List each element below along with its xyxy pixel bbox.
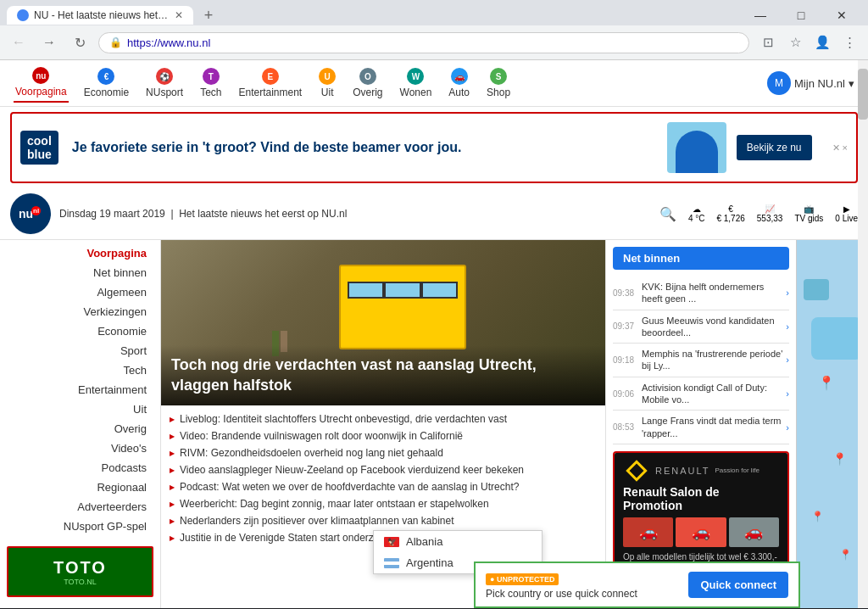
live-widget: ▶0 Live — [835, 204, 858, 223]
menu-icon[interactable]: ⋮ — [837, 31, 861, 54]
unprotected-badge: ● UNPROTECTED — [486, 573, 559, 585]
nav-uit-icon: U — [319, 68, 336, 85]
ad-text: Je favoriete serie in 't groot? Vind de … — [72, 138, 462, 157]
euro-widget: €€ 1,726 — [716, 204, 744, 223]
tab-title: NU - Het laatste nieuws het eer... — [34, 9, 170, 21]
article-item[interactable]: Video aanslagpleger Nieuw-Zeeland op Fac… — [170, 461, 597, 478]
nav-overig[interactable]: O Overig — [351, 64, 384, 102]
sidebar-item-tech[interactable]: Tech — [0, 360, 160, 380]
sidebar-item-podcasts[interactable]: Podcasts — [0, 458, 160, 478]
scrollbar[interactable] — [858, 240, 868, 608]
sidebar-item-voorpagina[interactable]: Voorpagina — [0, 243, 160, 263]
minimize-button[interactable]: — — [741, 5, 780, 25]
sidebar-item-regionaal[interactable]: Regionaal — [0, 478, 160, 497]
sidebar-item-algemeen[interactable]: Algemeen — [0, 282, 160, 302]
article-item[interactable]: Nederlanders zijn positiever over klimaa… — [170, 512, 597, 529]
browser-tab[interactable]: NU - Het laatste nieuws het eer... ✕ — [7, 6, 193, 25]
ad-cta-button[interactable]: Bekijk ze nu — [737, 135, 812, 160]
article-item[interactable]: Podcast: Wat weten we over de hoofdverda… — [170, 478, 597, 495]
close-button[interactable]: ✕ — [822, 5, 861, 25]
right-sidebar: Net binnen 09:38 KVK: Bijna helft ondern… — [605, 240, 796, 608]
mijn-nu-button[interactable]: M Mijn NU.nl ▾ — [767, 71, 854, 95]
hero-image[interactable]: Toch nog drie verdachten vast na aanslag… — [161, 240, 605, 405]
nav-economie[interactable]: € Economie — [82, 64, 131, 102]
sidebar-item-net-binnen[interactable]: Net binnen — [0, 263, 160, 282]
nav-ent-icon: E — [262, 68, 279, 85]
site-nav: nu Voorpagina € Economie ⚽ NUsport T Tec… — [0, 60, 868, 107]
new-tab-button[interactable]: + — [197, 5, 220, 25]
ad-close-button[interactable]: ✕ × — [832, 142, 848, 154]
toolbar-actions: ⊡ ☆ 👤 ⋮ — [756, 31, 861, 54]
renault-logo: RENAULT Passion for life — [623, 461, 779, 480]
renault-cars: 🚗 🚗 🚗 — [623, 517, 779, 547]
bookmark-icon[interactable]: ☆ — [783, 31, 807, 54]
user-avatar: M — [767, 71, 791, 95]
refresh-button[interactable]: ↻ — [68, 31, 92, 54]
news-item[interactable]: 09:37 Guus Meeuwis vond kandidaten beoor… — [613, 310, 789, 344]
back-button[interactable]: ← — [7, 31, 31, 54]
tv-guide-widget[interactable]: 📺TV gids — [794, 204, 823, 223]
lock-icon: 🔒 — [109, 36, 122, 48]
nav-wonen[interactable]: W Wonen — [398, 64, 434, 102]
sidebar-item-nusport-gp[interactable]: NUsport GP-spel — [0, 517, 160, 536]
news-arrow-icon: › — [786, 422, 789, 433]
article-item[interactable]: Liveblog: Identiteit slachtoffers Utrech… — [170, 411, 597, 427]
maximize-button[interactable]: □ — [782, 5, 821, 25]
net-binnen-header: Net binnen — [613, 247, 789, 270]
forward-button[interactable]: → — [37, 31, 61, 54]
nav-voorpagina[interactable]: nu Voorpagina — [14, 64, 69, 103]
news-arrow-icon: › — [786, 288, 789, 298]
nav-auto[interactable]: 🚗 Auto — [447, 64, 471, 102]
news-arrow-icon: › — [786, 388, 789, 399]
sidebar-item-entertainment[interactable]: Entertainment — [0, 380, 160, 399]
nav-tech[interactable]: T Tech — [198, 64, 223, 102]
toto-ad-banner[interactable]: TOTO TOTO.NL — [7, 546, 153, 597]
article-item[interactable]: RIVM: Gezondheidsdoelen overheid nog lan… — [170, 444, 597, 461]
site-date: Dinsdag 19 maart 2019 | Het laatste nieu… — [59, 208, 347, 220]
search-icon[interactable]: 🔍 — [659, 206, 676, 222]
argentina-flag-icon — [384, 558, 399, 568]
nav-shop-icon: S — [490, 68, 507, 85]
profile-icon[interactable]: 👤 — [810, 31, 834, 54]
nav-home-icon: nu — [32, 67, 49, 84]
sidebar-item-videos[interactable]: Video's — [0, 439, 160, 458]
weather-widget: ☁4 °C — [688, 204, 705, 223]
nav-wonen-icon: W — [407, 68, 424, 85]
nav-nusport[interactable]: ⚽ NUsport — [144, 64, 185, 102]
news-item[interactable]: 08:53 Lange Frans vindt dat media term '… — [613, 411, 789, 444]
news-item[interactable]: 09:06 Activision kondigt Call of Duty: M… — [613, 377, 789, 411]
url-text: https://www.nu.nl — [127, 36, 738, 49]
vpn-status-text: Pick country or use quick connect — [486, 588, 680, 600]
tab-close-button[interactable]: ✕ — [175, 9, 183, 21]
sidebar-item-uit[interactable]: Uit — [0, 399, 160, 419]
news-item[interactable]: 09:18 Memphis na 'frustrerende periode' … — [613, 344, 789, 377]
window-controls: — □ ✕ — [741, 5, 861, 25]
nu-logo: nu nl — [10, 193, 51, 234]
vpn-status-bar: ● UNPROTECTED Pick country or use quick … — [474, 562, 800, 608]
nav-tech-icon: T — [203, 68, 220, 85]
vpn-status-info: ● UNPROTECTED Pick country or use quick … — [486, 570, 680, 600]
sidebar-item-overig[interactable]: Overig — [0, 419, 160, 439]
sidebar-item-adverteerders[interactable]: Adverteerders — [0, 497, 160, 517]
news-item[interactable]: 09:38 KVK: Bijna helft ondernemers heeft… — [613, 277, 789, 310]
quick-connect-button[interactable]: Quick connect — [688, 572, 788, 598]
address-bar[interactable]: 🔒 https://www.nu.nl — [98, 32, 749, 53]
title-bar: NU - Het laatste nieuws het eer... ✕ + —… — [0, 0, 868, 25]
article-item[interactable]: Weerbericht: Dag begint zonnig, maar lat… — [170, 495, 597, 512]
coolblue-logo: coolblue — [20, 131, 58, 165]
dropdown-chevron-icon: ▾ — [849, 77, 854, 90]
nav-uit[interactable]: U Uit — [317, 64, 337, 102]
news-arrow-icon: › — [786, 355, 789, 365]
article-item[interactable]: Video: Brandende vuilniswagen rolt door … — [170, 427, 597, 444]
nav-shop[interactable]: S Shop — [485, 64, 512, 102]
cast-icon[interactable]: ⊡ — [756, 31, 780, 54]
sidebar-item-economie[interactable]: Economie — [0, 321, 160, 341]
nav-entertainment[interactable]: E Entertainment — [236, 64, 303, 102]
country-item-albania[interactable]: 🦅 Albania — [374, 531, 542, 552]
sidebar-item-verkiezingen[interactable]: Verkiezingen — [0, 302, 160, 321]
sidebar-item-sport[interactable]: Sport — [0, 341, 160, 360]
albania-flag-icon: 🦅 — [384, 537, 399, 547]
tab-favicon — [17, 9, 29, 21]
toto-sub: TOTO.NL — [64, 578, 97, 586]
left-sidebar: Voorpagina Net binnen Algemeen Verkiezin… — [0, 240, 161, 608]
